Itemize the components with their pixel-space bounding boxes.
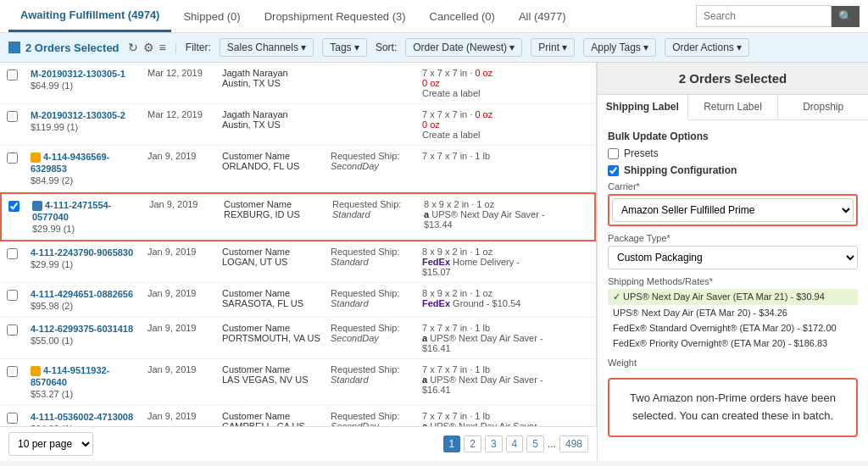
rate-item[interactable]: UPS® Next Day Air (ETA Mar 20) - $34.26 xyxy=(608,305,858,320)
page-1[interactable]: 1 xyxy=(443,435,461,452)
table-row[interactable]: 4-112-6299375-6031418 $55.00 (1) Jan 9, … xyxy=(0,318,596,359)
search-input[interactable] xyxy=(696,5,832,27)
shipping-config-label: Shipping Configuration xyxy=(624,164,737,176)
table-row[interactable]: M-20190312-130305-1 $64.99 (1) Mar 12, 2… xyxy=(0,63,596,104)
order-customer: Customer NameLOGAN, UT US xyxy=(222,247,324,277)
table-row[interactable]: M-20190312-130305-2 $119.99 (1) Mar 12, … xyxy=(0,104,596,146)
order-number[interactable]: 4-111-0536002-4713008 xyxy=(31,412,133,422)
page-3[interactable]: 3 xyxy=(485,435,503,452)
order-number[interactable]: M-20190312-130305-1 xyxy=(31,69,125,79)
table-row[interactable]: 4-111-2243790-9065830 $29.99 (1) Jan 9, … xyxy=(0,241,596,283)
carrier-label: Carrier* xyxy=(608,181,858,191)
tab-return-label[interactable]: Return Label xyxy=(688,95,779,119)
row-checkbox[interactable] xyxy=(8,201,19,212)
order-number-col: 4-111-0536002-4713008 $24.02 (1) xyxy=(31,411,141,426)
panel-header: 2 Orders Selected xyxy=(598,63,868,95)
tab-shipped[interactable]: Shipped (0) xyxy=(171,2,252,31)
order-ship: Requested Ship:Standard xyxy=(331,288,415,312)
order-amount: $95.98 (2) xyxy=(31,301,73,311)
order-amount: $29.99 (1) xyxy=(32,224,75,234)
toolbar: 2 Orders Selected ↻ ⚙ ≡ | Filter: Sales … xyxy=(0,33,868,63)
sort-button[interactable]: Order Date (Newest) ▾ xyxy=(405,38,522,57)
page-4[interactable]: 4 xyxy=(506,435,524,452)
table-row[interactable]: 4-114-9436569-6329853 $84.99 (2) Jan 9, … xyxy=(0,146,596,192)
selected-count-area: 2 Orders Selected xyxy=(8,42,120,54)
presets-checkbox[interactable] xyxy=(608,148,619,159)
row-checkbox[interactable] xyxy=(7,69,18,80)
order-number[interactable]: 4-111-2471554-0577040 xyxy=(32,200,111,222)
bulk-checkbox[interactable] xyxy=(8,42,20,53)
tags-button[interactable]: Tags ▾ xyxy=(322,38,367,57)
order-carrier-note: a UPS® Next Day Air Saver - $16.41 xyxy=(422,333,543,353)
order-amount: $55.00 (1) xyxy=(31,336,73,346)
rates-label: Shipping Methods/Rates* xyxy=(608,276,858,286)
pagination-bar: 10 per page 1 2 3 4 5 ... 498 xyxy=(0,426,597,461)
order-dims: 7 x 7 x 7 in · 1 lba UPS® Next Day Air S… xyxy=(422,323,549,353)
tab-dropshipment[interactable]: Dropshipment Requested (3) xyxy=(253,2,418,31)
order-carrier-note: FedEx Ground - $10.54 xyxy=(422,298,520,308)
per-page-select[interactable]: 10 per page xyxy=(8,432,93,456)
sales-channels-button[interactable]: Sales Channels ▾ xyxy=(220,38,314,57)
order-list-container: M-20190312-130305-1 $64.99 (1) Mar 12, 2… xyxy=(0,63,597,461)
row-checkbox[interactable] xyxy=(7,111,18,122)
order-number[interactable]: M-20190312-130305-2 xyxy=(31,110,125,120)
search-button[interactable]: 🔍 xyxy=(832,6,860,27)
tab-shipping-label[interactable]: Shipping Label xyxy=(598,95,688,120)
order-date: Mar 12, 2019 xyxy=(147,68,215,98)
order-number[interactable]: 4-114-9511932-8570640 xyxy=(31,365,109,387)
order-number[interactable]: 4-112-6299375-6031418 xyxy=(31,324,133,334)
rate-item[interactable]: FedEx® Priority Overnight® (ETA Mar 20) … xyxy=(608,336,858,351)
order-carrier-note: a UPS® Next Day Air Saver - $16.41 xyxy=(422,374,543,395)
main-layout: M-20190312-130305-1 $64.99 (1) Mar 12, 2… xyxy=(0,63,868,461)
shipping-config-row: Shipping Configuration xyxy=(608,164,858,176)
shipping-config-checkbox[interactable] xyxy=(608,165,619,176)
table-row[interactable]: 4-111-4294651-0882656 $95.98 (2) Jan 9, … xyxy=(0,283,596,318)
order-dims: 8 x 9 x 2 in · 1 ozFedEx Ground - $10.54 xyxy=(422,288,549,312)
apply-tags-button[interactable]: Apply Tags ▾ xyxy=(583,38,656,57)
order-date: Jan 9, 2019 xyxy=(149,199,217,235)
order-number-col: 4-114-9511932-8570640 $53.27 (1) xyxy=(31,364,141,400)
row-checkbox[interactable] xyxy=(7,413,18,424)
package-type-label: Package Type* xyxy=(608,233,858,243)
page-5[interactable]: 5 xyxy=(526,435,544,452)
order-number[interactable]: 4-111-4294651-0882656 xyxy=(31,289,133,299)
page-2[interactable]: 2 xyxy=(464,435,481,452)
rate-item[interactable]: ✓ UPS® Next Day Air Saver (ETA Mar 21) -… xyxy=(608,289,858,305)
rate-item[interactable]: FedEx® Standard Overnight® (ETA Mar 20) … xyxy=(608,320,858,336)
row-checkbox[interactable] xyxy=(7,325,18,336)
tab-cancelled[interactable]: Cancelled (0) xyxy=(418,2,507,31)
order-number[interactable]: 4-111-2243790-9065830 xyxy=(31,247,133,258)
tab-dropship[interactable]: Dropship xyxy=(778,95,868,119)
order-number[interactable]: 4-114-9436569-6329853 xyxy=(31,152,109,174)
tab-awaiting-fulfillment[interactable]: Awaiting Fulfillment (4974) xyxy=(8,0,171,32)
order-ship: Requested Ship:SecondDay xyxy=(331,411,415,426)
refresh-icon[interactable]: ↻ xyxy=(128,41,138,54)
table-row[interactable]: 4-114-9511932-8570640 $53.27 (1) Jan 9, … xyxy=(0,359,596,406)
row-checkbox-col xyxy=(7,68,24,98)
row-checkbox[interactable] xyxy=(7,153,18,164)
order-customer: Jagath NarayanAustin, TX US xyxy=(222,68,324,98)
order-number-col: M-20190312-130305-2 $119.99 (1) xyxy=(31,109,141,140)
package-type-select[interactable]: Custom Packaging xyxy=(608,246,858,269)
row-checkbox[interactable] xyxy=(7,290,18,301)
rate-label: FedEx® Standard Overnight® (ETA Mar 20) … xyxy=(613,323,837,333)
print-button[interactable]: Print ▾ xyxy=(531,38,575,57)
order-date: Jan 9, 2019 xyxy=(147,247,215,277)
carrier-select[interactable]: Amazon Seller Fulfilled Prime xyxy=(612,198,854,222)
order-customer: Customer NameCAMPBELL, CA US xyxy=(222,411,324,426)
row-checkbox[interactable] xyxy=(7,366,18,377)
columns-icon[interactable]: ≡ xyxy=(159,41,166,54)
order-number-col: 4-112-6299375-6031418 $55.00 (1) xyxy=(31,323,141,353)
table-row[interactable]: 4-111-0536002-4713008 $24.02 (1) Jan 9, … xyxy=(0,406,596,426)
row-checkbox[interactable] xyxy=(7,248,18,259)
page-498[interactable]: 498 xyxy=(559,435,588,452)
table-row[interactable]: 4-111-2471554-0577040 $29.99 (1) Jan 9, … xyxy=(0,192,596,241)
order-carrier-note: FedEx Home Delivery - $15.07 xyxy=(422,257,520,277)
order-date: Jan 9, 2019 xyxy=(147,323,215,353)
presets-label: Presets xyxy=(624,147,659,159)
tab-all[interactable]: All (4977) xyxy=(507,2,578,31)
settings-icon[interactable]: ⚙ xyxy=(143,41,154,54)
order-actions-button[interactable]: Order Actions ▾ xyxy=(665,38,749,57)
order-number-col: M-20190312-130305-1 $64.99 (1) xyxy=(31,68,141,98)
search-area: 🔍 xyxy=(696,5,860,27)
